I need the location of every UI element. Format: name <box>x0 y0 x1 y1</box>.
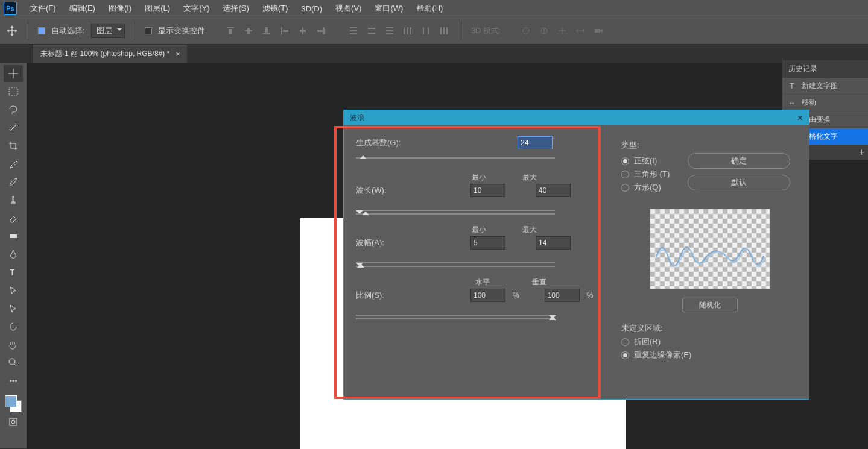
history-label: 移动 <box>802 98 816 108</box>
stamp-tool[interactable] <box>4 192 23 209</box>
type-tri-radio[interactable] <box>621 171 629 178</box>
add-icon[interactable]: + <box>859 147 864 158</box>
align-vcenter-icon[interactable] <box>241 24 256 38</box>
amplitude-slider[interactable] <box>356 258 555 268</box>
gradient-tool[interactable] <box>4 228 23 245</box>
min-label: 最小 <box>472 172 486 183</box>
repeat-radio[interactable] <box>621 351 629 359</box>
type-sq-radio[interactable] <box>621 184 629 192</box>
lasso-tool[interactable] <box>4 101 23 118</box>
path-select-tool[interactable] <box>4 282 23 299</box>
menu-layer[interactable]: 图层(L) <box>139 1 176 16</box>
svg-rect-15 <box>368 28 375 29</box>
move-tool[interactable] <box>4 65 23 82</box>
wavelength-slider[interactable] <box>356 206 555 215</box>
align-bottom-icon[interactable] <box>259 24 274 38</box>
svg-rect-18 <box>386 30 393 31</box>
edit-toolbar[interactable]: ••• <box>4 372 23 389</box>
close-tab-icon[interactable]: × <box>176 50 180 58</box>
tool-panel: T ••• <box>0 63 27 448</box>
dialog-titlebar[interactable]: 波浪 × <box>344 110 809 125</box>
align-left-icon[interactable] <box>277 24 292 38</box>
menu-bar: Ps 文件(F) 编辑(E) 图像(I) 图层(L) 文字(Y) 选择(S) 滤… <box>0 0 868 17</box>
dist-v-icon[interactable] <box>364 24 379 38</box>
scale-slider[interactable] <box>356 310 555 320</box>
wrap-label: 折回(R) <box>634 336 661 347</box>
eraser-tool[interactable] <box>4 210 23 227</box>
3d-roll-icon[interactable] <box>537 24 551 38</box>
eyedropper-tool[interactable] <box>4 155 23 172</box>
amplitude-max-input[interactable] <box>536 236 571 250</box>
wrap-radio[interactable] <box>621 338 629 346</box>
history-item[interactable]: ↔移动 <box>782 95 868 111</box>
svg-rect-22 <box>410 27 411 34</box>
wavelength-min-input[interactable] <box>470 184 505 197</box>
amplitude-min-input[interactable] <box>470 236 505 250</box>
align-top-icon[interactable] <box>223 24 238 38</box>
dist-bottom-icon[interactable] <box>382 24 397 38</box>
vert-label: 垂直 <box>532 277 546 287</box>
menu-help[interactable]: 帮助(H) <box>410 1 449 16</box>
default-button[interactable]: 默认 <box>688 175 790 190</box>
3d-slide-icon[interactable] <box>573 24 588 38</box>
generators-input[interactable] <box>518 136 553 149</box>
svg-rect-17 <box>386 27 393 28</box>
layer-dropdown[interactable]: 图层 <box>91 24 125 38</box>
svg-point-34 <box>9 359 15 365</box>
brush-tool[interactable] <box>4 174 23 190</box>
move-tool-indicator[interactable] <box>6 25 18 37</box>
ok-button[interactable]: 确定 <box>688 153 790 169</box>
wavelength-max-input[interactable] <box>536 184 571 197</box>
wand-tool[interactable] <box>4 119 23 136</box>
document-tab[interactable]: 未标题-1 @ 100% (phtoshop, RGB/8#) * × <box>33 45 187 63</box>
svg-rect-13 <box>350 30 357 31</box>
dist-h-icon[interactable] <box>419 24 433 38</box>
dist-top-icon[interactable] <box>346 24 361 38</box>
show-transform-checkbox[interactable] <box>145 27 152 34</box>
svg-rect-19 <box>386 33 393 34</box>
3d-pan-icon[interactable] <box>555 24 569 38</box>
menu-type[interactable]: 文字(Y) <box>177 1 215 16</box>
close-icon[interactable]: × <box>797 113 803 124</box>
quickmask-tool[interactable] <box>4 413 23 430</box>
svg-rect-16 <box>368 33 375 34</box>
menu-file[interactable]: 文件(F) <box>24 1 62 16</box>
menu-select[interactable]: 选择(S) <box>217 1 255 16</box>
separator <box>135 22 135 40</box>
3d-camera-icon[interactable] <box>591 24 606 38</box>
pen-tool[interactable] <box>4 246 23 263</box>
direct-select-tool[interactable] <box>4 300 23 317</box>
type-sine-radio[interactable] <box>621 157 629 165</box>
menu-view[interactable]: 视图(V) <box>329 1 367 16</box>
dist-right-icon[interactable] <box>437 24 451 38</box>
pct-label: % <box>513 291 519 300</box>
menu-3d[interactable]: 3D(D) <box>295 2 328 16</box>
max-label: 最大 <box>522 225 537 235</box>
options-bar: 自动选择: 图层 显示变换控件 3D 模式: <box>0 17 868 45</box>
zoom-tool[interactable] <box>4 354 23 371</box>
color-swatches[interactable] <box>5 395 22 412</box>
hand-tool[interactable] <box>4 336 23 353</box>
document-title: 未标题-1 @ 100% (phtoshop, RGB/8#) * <box>40 49 169 59</box>
scale-h-input[interactable] <box>470 289 505 302</box>
generators-slider[interactable] <box>356 153 555 163</box>
menu-filter[interactable]: 滤镜(T) <box>256 1 294 16</box>
auto-select-label: 自动选择: <box>51 25 85 36</box>
randomize-button[interactable]: 随机化 <box>682 298 738 312</box>
svg-rect-30 <box>595 29 600 33</box>
crop-tool[interactable] <box>4 137 23 154</box>
type-tool[interactable]: T <box>4 264 23 281</box>
menu-edit[interactable]: 编辑(E) <box>63 1 101 16</box>
scale-v-input[interactable] <box>545 289 580 302</box>
move-icon: ↔ <box>787 98 797 108</box>
3d-orbit-icon[interactable] <box>519 24 533 38</box>
align-hcenter-icon[interactable] <box>296 24 310 38</box>
menu-image[interactable]: 图像(I) <box>103 1 138 16</box>
dist-left-icon[interactable] <box>401 24 415 38</box>
menu-window[interactable]: 窗口(W) <box>369 1 409 16</box>
auto-select-checkbox[interactable] <box>38 27 45 34</box>
marquee-tool[interactable] <box>4 83 23 100</box>
align-right-icon[interactable] <box>314 24 328 38</box>
history-item[interactable]: T新建文字图 <box>782 78 868 95</box>
shape-tool[interactable] <box>4 318 23 335</box>
